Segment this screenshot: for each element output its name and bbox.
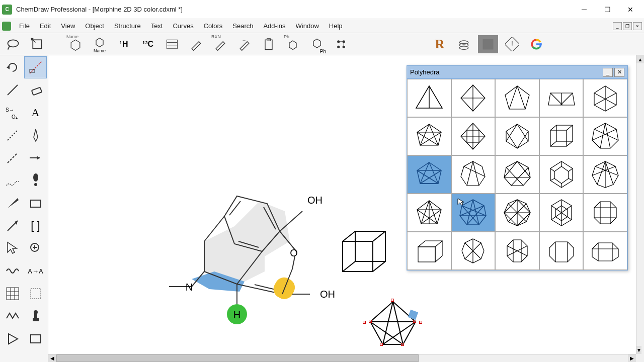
polyhedra-minimize[interactable]: _: [603, 68, 613, 77]
property-tool[interactable]: [162, 35, 182, 53]
arrow-tool[interactable]: [24, 147, 47, 169]
mdi-minimize[interactable]: _: [613, 22, 622, 30]
polyhedron-6[interactable]: [407, 117, 451, 155]
marquee-tool[interactable]: [27, 35, 47, 53]
rotate-tool[interactable]: [1, 56, 24, 78]
polyhedron-18[interactable]: [495, 194, 539, 232]
mdi-close[interactable]: ×: [633, 22, 642, 30]
menu-curves[interactable]: Curves: [168, 19, 198, 33]
wedge-tool[interactable]: [1, 192, 24, 214]
polyhedron-19[interactable]: [539, 194, 584, 232]
polyhedron-16[interactable]: [407, 194, 451, 232]
pointer-tool[interactable]: [1, 237, 24, 259]
polyhedron-object-selected[interactable]: [363, 297, 423, 352]
svg-line-134: [567, 141, 573, 146]
polyhedron-20[interactable]: [583, 194, 627, 232]
struct-ph-tool[interactable]: Ph: [307, 35, 327, 53]
half-arrow-tool[interactable]: [1, 215, 24, 237]
r-tool[interactable]: R: [430, 35, 450, 53]
structure-to-name[interactable]: Name: [90, 35, 110, 53]
polyhedron-17-hover[interactable]: [451, 194, 496, 232]
polyhedron-23[interactable]: [495, 232, 539, 270]
polyhedra-palette[interactable]: Polyhedra _ ✕: [407, 65, 628, 270]
brush-tool-1[interactable]: [186, 35, 206, 53]
stereo-bond-tool[interactable]: S→O₄: [1, 102, 24, 124]
menu-help[interactable]: Help: [324, 19, 348, 33]
nmr-h-tool[interactable]: ¹H: [114, 35, 134, 53]
polyhedron-tetrahedron[interactable]: [407, 79, 451, 117]
maximize-button[interactable]: ☐: [596, 0, 619, 19]
minimize-button[interactable]: ─: [573, 0, 596, 19]
warning-tool[interactable]: !: [502, 35, 522, 53]
brush-tool-3[interactable]: [234, 35, 255, 53]
lasso-tool[interactable]: [3, 35, 23, 53]
polyhedron-21[interactable]: [407, 232, 451, 270]
hash-bond-tool[interactable]: [1, 147, 24, 169]
close-button[interactable]: ✕: [619, 0, 642, 19]
rxn-tool[interactable]: RXN: [210, 35, 230, 53]
svg-line-36: [15, 154, 17, 155]
menu-object[interactable]: Object: [80, 19, 109, 33]
box-tool[interactable]: [24, 328, 47, 350]
polyhedron-8[interactable]: [495, 117, 539, 155]
polyhedron-22[interactable]: [451, 232, 496, 270]
polyhedron-5[interactable]: [583, 79, 627, 117]
menu-window[interactable]: Window: [291, 19, 324, 33]
polyhedron-25[interactable]: [583, 232, 627, 270]
pen-tool[interactable]: [24, 124, 47, 146]
polyhedron-11-selected[interactable]: [407, 155, 451, 194]
replace-text-tool[interactable]: A→A: [24, 260, 47, 282]
orbital-tool[interactable]: [24, 169, 47, 192]
polyhedra-palette-titlebar[interactable]: Polyhedra _ ✕: [407, 66, 627, 79]
menu-colors[interactable]: Colors: [199, 19, 228, 33]
dotted-rect-tool[interactable]: [24, 283, 47, 305]
nmr-c-tool[interactable]: ¹³C: [138, 35, 158, 53]
menu-file[interactable]: File: [14, 19, 35, 33]
polyhedron-cube[interactable]: [539, 117, 584, 155]
polyhedron-2[interactable]: [451, 79, 496, 117]
menu-search[interactable]: Search: [227, 19, 258, 33]
texture-tool[interactable]: [478, 35, 498, 53]
coins-icon[interactable]: [454, 35, 474, 53]
google-icon[interactable]: [526, 35, 546, 53]
polyhedron-24[interactable]: [539, 232, 584, 270]
selected-tool-highlight[interactable]: [24, 56, 47, 78]
vertical-scrollbar[interactable]: ▲ ▼: [636, 55, 644, 354]
mdi-restore[interactable]: ❐: [623, 22, 632, 30]
table-tool[interactable]: [1, 283, 24, 305]
polyhedron-4[interactable]: [539, 79, 584, 117]
svg-line-28: [8, 85, 18, 95]
ph-struct-tool[interactable]: Ph: [283, 35, 303, 53]
clipboard-tool[interactable]: [259, 35, 279, 53]
polyhedron-13[interactable]: [495, 155, 539, 194]
text-tool[interactable]: A: [24, 102, 47, 124]
morphine-structure[interactable]: O OH OH N H: [154, 181, 355, 342]
rect-tool[interactable]: [24, 192, 47, 214]
menu-edit[interactable]: Edit: [35, 19, 56, 33]
menu-structure[interactable]: Structure: [109, 19, 146, 33]
bracket-tool[interactable]: [ ]: [24, 215, 47, 237]
polyhedron-12[interactable]: [451, 155, 496, 194]
polyhedron-7[interactable]: [451, 117, 496, 155]
play-tool[interactable]: [1, 328, 24, 350]
dot-struct-tool[interactable]: [331, 35, 351, 53]
menu-addins[interactable]: Add-ins: [258, 19, 290, 33]
wavy-bond-tool[interactable]: [1, 169, 24, 192]
eraser-tool[interactable]: [24, 79, 47, 101]
polyhedra-close[interactable]: ✕: [614, 68, 624, 77]
zigzag-tool[interactable]: [1, 305, 24, 327]
polyhedron-15[interactable]: [583, 155, 627, 194]
polyhedron-10[interactable]: [583, 117, 627, 155]
stamp-tool[interactable]: [24, 305, 47, 327]
polyhedron-3[interactable]: [495, 79, 539, 117]
single-bond-tool[interactable]: [1, 79, 24, 101]
dashed-bond-tool[interactable]: [1, 124, 24, 146]
menu-view[interactable]: View: [56, 19, 80, 33]
name-to-structure[interactable]: Name: [65, 35, 86, 53]
cube-object[interactable]: [338, 226, 393, 282]
horizontal-scrollbar[interactable]: ◀ ▶: [48, 354, 636, 362]
menu-text[interactable]: Text: [146, 19, 168, 33]
squiggle-tool[interactable]: [1, 260, 24, 282]
polyhedron-14[interactable]: [539, 155, 584, 194]
zoom-tool[interactable]: [24, 237, 47, 259]
